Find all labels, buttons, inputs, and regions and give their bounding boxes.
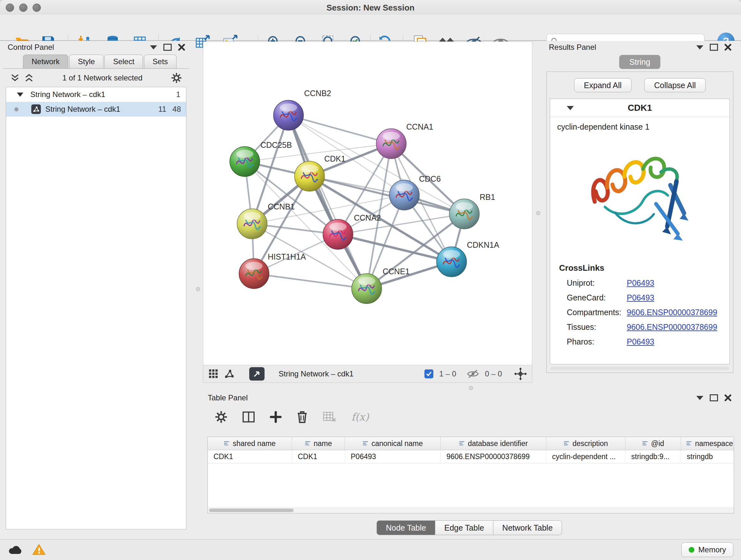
panel-menu-icon[interactable] xyxy=(150,45,157,50)
table-settings-gear-icon[interactable] xyxy=(215,411,227,423)
scrollbar-thumb[interactable] xyxy=(209,509,293,512)
crosslink-label: Tissues: xyxy=(567,322,627,332)
splitter-handle[interactable] xyxy=(196,287,200,291)
control-panel-title: Control Panel xyxy=(8,43,54,52)
collection-label: String Network – cdk1 xyxy=(30,90,105,99)
control-panel-tabs: NetworkStyleSelectSets xyxy=(3,54,189,69)
pan-crosshair-icon[interactable] xyxy=(514,368,527,380)
table-cell[interactable]: cyclin-dependent ... xyxy=(546,450,625,463)
share-icon[interactable] xyxy=(224,369,234,379)
gene-section-header[interactable]: CDK1 xyxy=(550,99,730,117)
table-cell[interactable]: stringdb xyxy=(681,450,734,463)
results-panel: Results Panel String Expand All Collapse… xyxy=(544,41,735,374)
crosslink-link[interactable]: P06493 xyxy=(627,293,654,302)
grid-icon[interactable] xyxy=(208,369,219,379)
collapse-all-button[interactable]: Collapse All xyxy=(644,78,706,92)
panel-menu-icon[interactable] xyxy=(696,45,703,50)
network-collection-row[interactable]: String Network – cdk1 1 xyxy=(6,87,186,102)
splitter-handle[interactable] xyxy=(469,386,473,390)
collapse-all-icon[interactable] xyxy=(10,74,20,82)
crosslink-label: Pharos: xyxy=(567,337,627,347)
column-header-namespace[interactable]: namespace xyxy=(681,437,734,450)
close-panel-icon[interactable] xyxy=(178,44,185,51)
float-panel-icon[interactable] xyxy=(710,394,718,401)
tree-expander-icon[interactable] xyxy=(17,92,23,97)
expand-all-icon[interactable] xyxy=(24,74,34,82)
tab-string[interactable]: String xyxy=(619,55,660,69)
tab-network[interactable]: Network xyxy=(23,55,68,68)
open-in-new-window-button[interactable] xyxy=(249,367,265,381)
column-header-canonical-name[interactable]: canonical name xyxy=(345,437,441,450)
network-label: String Network – cdk1 xyxy=(45,105,120,114)
network-node-CCNA2[interactable] xyxy=(323,219,353,249)
network-edge[interactable] xyxy=(288,115,391,144)
splitter-handle[interactable] xyxy=(536,211,540,215)
external-link-icon xyxy=(253,370,261,378)
table-cell[interactable]: CDK1 xyxy=(292,450,345,463)
table-panel: Table Panel f(x) shared namenamecanonica… xyxy=(203,391,735,536)
tab-style[interactable]: Style xyxy=(69,55,104,68)
crosslink-link[interactable]: P06493 xyxy=(627,278,654,288)
network-node-CDK1[interactable] xyxy=(294,161,325,191)
tab-node-table[interactable]: Node Table xyxy=(377,520,435,535)
tab-select[interactable]: Select xyxy=(105,55,143,68)
close-panel-icon[interactable] xyxy=(724,394,731,401)
collapse-section-icon[interactable] xyxy=(567,106,574,110)
clear-table-icon xyxy=(323,411,337,423)
delete-column-trash-icon[interactable] xyxy=(296,411,308,423)
column-sort-icon xyxy=(459,439,465,448)
close-panel-icon[interactable] xyxy=(724,44,731,51)
network-node-CCNE1[interactable] xyxy=(352,273,382,304)
add-column-icon[interactable] xyxy=(270,411,282,423)
column-header-shared-name[interactable]: shared name xyxy=(208,437,292,450)
network-row[interactable]: String Network – cdk1 11 48 xyxy=(6,102,186,117)
window-title: Session: New Session xyxy=(0,0,741,15)
selection-summary: 1 of 1 Network selected xyxy=(34,73,171,82)
table-row[interactable]: CDK1CDK1P064939606.ENSP00000378699cyclin… xyxy=(208,450,734,463)
network-node-CDC6[interactable] xyxy=(389,180,419,210)
table-horizontal-scrollbar[interactable] xyxy=(208,508,734,513)
results-scrollbar[interactable] xyxy=(550,367,729,370)
node-label: CCNA1 xyxy=(406,122,433,131)
crosslink-link[interactable]: 9606.ENSP00000378699 xyxy=(627,322,718,332)
gene-description: cyclin-dependent kinase 1 xyxy=(557,122,730,132)
float-panel-icon[interactable] xyxy=(163,44,172,51)
network-node-RB1[interactable] xyxy=(449,199,479,229)
tab-sets[interactable]: Sets xyxy=(144,55,177,68)
tab-network-table[interactable]: Network Table xyxy=(493,520,562,535)
status-bar: Memory xyxy=(0,539,741,560)
column-header-description[interactable]: description xyxy=(546,437,625,450)
table-cell[interactable]: CDK1 xyxy=(208,450,292,463)
node-label: CDK1 xyxy=(324,154,346,163)
network-node-CDKN1A[interactable] xyxy=(436,247,467,277)
expand-all-button[interactable]: Expand All xyxy=(574,78,631,92)
network-node-CDC25B[interactable] xyxy=(230,146,260,177)
table-cell[interactable]: P06493 xyxy=(345,450,441,463)
cloud-status-button[interactable] xyxy=(7,542,23,557)
tab-edge-table[interactable]: Edge Table xyxy=(435,520,493,535)
network-edge[interactable] xyxy=(254,273,367,289)
selected-indicator-checkbox[interactable] xyxy=(424,369,433,378)
network-node-HIST1H1A[interactable] xyxy=(239,259,269,289)
float-panel-icon[interactable] xyxy=(710,44,718,51)
hidden-eye-icon[interactable] xyxy=(467,369,479,379)
column-header-database-identifier[interactable]: database identifier xyxy=(441,437,546,450)
column-header-@id[interactable]: @id xyxy=(625,437,681,450)
memory-button[interactable]: Memory xyxy=(681,543,733,557)
gear-icon[interactable] xyxy=(171,72,182,83)
table-cell[interactable]: stringdb:9... xyxy=(625,450,681,463)
panel-menu-icon[interactable] xyxy=(696,396,703,400)
network-node-CCNB2[interactable] xyxy=(273,100,304,130)
column-header-name[interactable]: name xyxy=(292,437,345,450)
check-icon xyxy=(426,371,432,376)
network-node-CCNB1[interactable] xyxy=(237,209,267,239)
table-cell[interactable]: 9606.ENSP00000378699 xyxy=(441,450,546,463)
network-canvas[interactable]: CCNB2CCNA1CDC25BCDK1CDC6RB1CCNB1CCNA2CDK… xyxy=(203,42,532,365)
crosslink-link[interactable]: 9606.ENSP00000378699 xyxy=(627,308,718,317)
crosslink-link[interactable]: P06493 xyxy=(627,337,654,347)
warnings-button[interactable] xyxy=(30,542,47,557)
main-toolbar: ? xyxy=(0,15,741,41)
network-node-CCNA1[interactable] xyxy=(376,129,406,159)
memory-label: Memory xyxy=(698,545,726,554)
show-columns-icon[interactable] xyxy=(242,411,255,423)
